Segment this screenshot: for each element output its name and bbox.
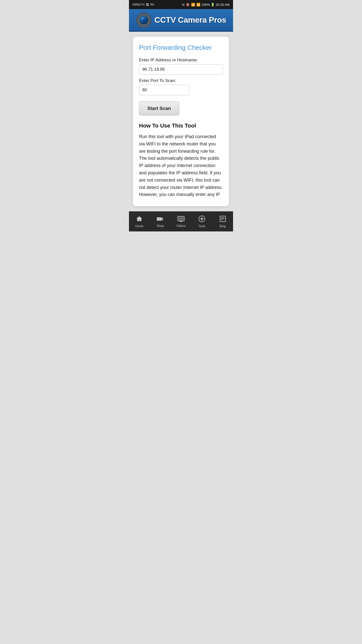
how-to-title: How To Use This Tool	[139, 123, 223, 129]
card-title: Port Forwarding Checker	[139, 44, 223, 52]
battery-text: 100% 🔋 10:16 AM	[202, 3, 230, 7]
svg-point-8	[159, 218, 160, 219]
ip-input[interactable]	[139, 64, 223, 75]
nfc-icon: N	[182, 3, 184, 7]
wifi-icon: 📶	[191, 3, 195, 7]
mute-icon: 🔇	[186, 3, 190, 7]
bottom-nav: Home Shop Videos	[129, 211, 233, 231]
nav-item-shop[interactable]: Shop	[150, 216, 171, 228]
status-left-icons: DIRECTV 🖼 RX	[132, 3, 154, 6]
tools-icon	[198, 215, 205, 223]
svg-rect-13	[179, 218, 183, 220]
nav-home-label: Home	[135, 224, 143, 228]
svg-point-19	[201, 218, 202, 219]
blog-icon	[219, 215, 226, 223]
nav-videos-label: Videos	[176, 224, 186, 228]
port-input[interactable]	[139, 85, 189, 95]
nav-item-videos[interactable]: Videos	[171, 216, 192, 228]
svg-marker-7	[161, 217, 163, 221]
nav-item-blog[interactable]: Blog	[212, 215, 233, 228]
app-header: CCTV Camera Pros	[129, 9, 233, 32]
svg-point-5	[143, 19, 145, 21]
nav-blog-label: Blog	[220, 224, 226, 228]
svg-rect-10	[179, 221, 183, 221]
logo-text: CCTV Camera Pros	[154, 15, 226, 25]
status-right-info: N 🔇 📶 📶 100% 🔋 10:16 AM	[182, 3, 230, 7]
videos-icon	[177, 216, 185, 223]
card: Port Forwarding Checker Enter IP Address…	[133, 37, 229, 206]
logo-container: CCTV Camera Pros	[136, 12, 226, 28]
how-to-body: Run this tool with your iPad connected v…	[139, 133, 223, 198]
main-content: Port Forwarding Checker Enter IP Address…	[129, 32, 233, 211]
nav-item-tools[interactable]: Tools	[191, 215, 212, 228]
rx-icon: RX	[150, 3, 154, 6]
svg-rect-11	[180, 221, 182, 222]
status-bar: DIRECTV 🖼 RX N 🔇 📶 📶 100% 🔋 10:16 AM	[129, 0, 233, 9]
port-label: Enter Port To Scan:	[139, 78, 223, 83]
directv-icon: DIRECTV	[132, 3, 145, 6]
ip-label: Enter IP Address or Hostname:	[139, 58, 223, 63]
logo-icon	[136, 12, 152, 28]
start-scan-button[interactable]: Start Scan	[139, 101, 179, 115]
nav-tools-label: Tools	[198, 224, 205, 228]
shop-icon	[156, 216, 164, 223]
home-icon	[136, 215, 143, 223]
nav-item-home[interactable]: Home	[129, 215, 150, 228]
image-icon: 🖼	[146, 3, 149, 6]
nav-shop-label: Shop	[157, 224, 164, 228]
signal-icon: 📶	[196, 3, 200, 7]
